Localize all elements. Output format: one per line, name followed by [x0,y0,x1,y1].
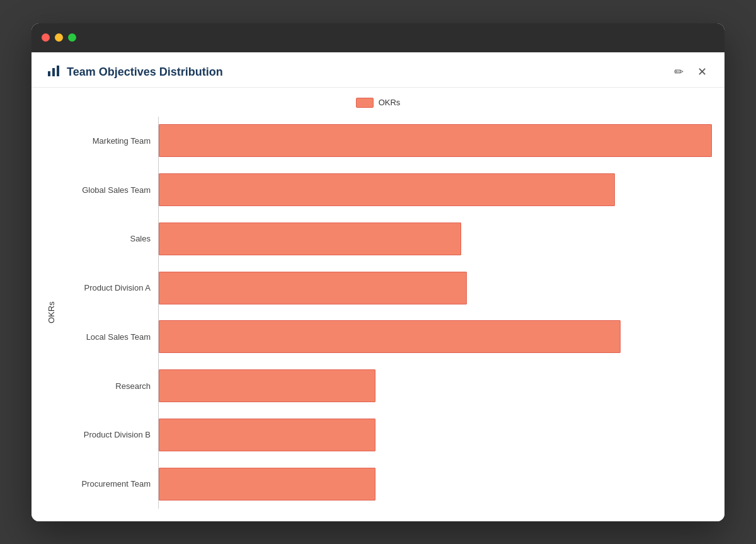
bar-fill [159,124,712,157]
edit-button[interactable]: ✏ [672,64,686,80]
chart-container: OKRs Marketing TeamGlobal Sales TeamSale… [44,117,712,509]
bar-track [158,361,712,410]
header-actions: ✏ ✕ [672,64,709,80]
bar-track [158,214,712,263]
close-button-header[interactable]: ✕ [695,64,709,80]
bar-fill [159,468,375,501]
bar-track [158,117,712,166]
bar-row: Product Division A [60,263,712,313]
bar-row: Global Sales Team [60,165,712,214]
bar-label: Research [60,381,158,391]
bar-fill [159,320,621,353]
chart-area: OKRs OKRs Marketing TeamGlobal Sales Tea… [32,88,724,521]
titlebar [32,23,724,52]
bar-row: Product Division B [60,410,712,460]
traffic-lights [42,33,76,42]
close-button[interactable] [42,33,50,42]
chart-legend: OKRs [44,98,712,108]
svg-rect-0 [48,71,50,76]
bar-label: Sales [60,234,158,243]
panel-header: Team Objectives Distribution ✏ ✕ [32,52,724,88]
legend-color-okrs [356,98,374,108]
svg-rect-2 [57,66,59,76]
bar-label: Product Division A [60,283,158,292]
bar-row: Research [60,361,712,410]
maximize-button[interactable] [68,33,76,42]
bar-track [158,165,712,214]
bar-row: Sales [60,214,712,263]
bar-label: Local Sales Team [60,332,158,342]
chart-icon [47,64,60,81]
bar-fill [159,173,615,206]
bar-track [158,460,712,509]
bar-track [158,410,712,460]
svg-rect-1 [52,68,55,76]
bar-fill [159,223,461,255]
bar-track [158,263,712,313]
panel-title: Team Objectives Distribution [67,66,223,79]
bar-row: Local Sales Team [60,313,712,362]
bar-row: Marketing Team [60,117,712,166]
bar-track [158,313,712,362]
bar-fill [159,272,467,304]
bar-label: Global Sales Team [60,185,158,195]
bar-row: Procurement Team [60,460,712,509]
legend-label-okrs: OKRs [379,98,401,107]
bar-label: Marketing Team [60,136,158,146]
minimize-button[interactable] [55,33,63,42]
app-window: Team Objectives Distribution ✏ ✕ OKRs OK… [32,23,724,521]
bar-fill [159,369,375,402]
header-left: Team Objectives Distribution [47,64,223,81]
bar-fill [159,419,375,451]
y-axis-label: OKRs [44,117,58,509]
bar-label: Product Division B [60,430,158,439]
content-area: Team Objectives Distribution ✏ ✕ OKRs OK… [32,52,724,521]
bar-label: Procurement Team [60,479,158,489]
chart-inner: Marketing TeamGlobal Sales TeamSalesProd… [60,117,712,509]
